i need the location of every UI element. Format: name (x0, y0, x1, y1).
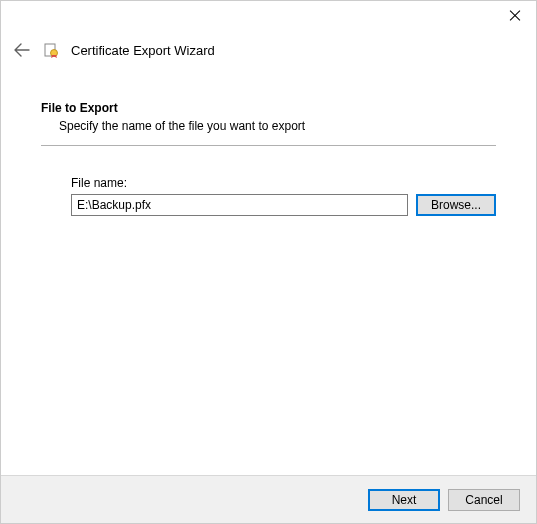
divider (41, 145, 496, 146)
certificate-icon (43, 42, 59, 58)
back-button[interactable] (13, 41, 31, 59)
cancel-button[interactable]: Cancel (448, 489, 520, 511)
next-button[interactable]: Next (368, 489, 440, 511)
footer-bar: Next Cancel (1, 475, 536, 523)
close-button[interactable] (508, 9, 522, 23)
wizard-title: Certificate Export Wizard (71, 43, 215, 58)
page-description: Specify the name of the file you want to… (59, 119, 496, 133)
content-area: File to Export Specify the name of the f… (41, 101, 496, 216)
wizard-header: Certificate Export Wizard (13, 41, 524, 59)
file-field-group: File name: Browse... (71, 176, 496, 216)
file-name-input[interactable] (71, 194, 408, 216)
browse-button[interactable]: Browse... (416, 194, 496, 216)
file-name-label: File name: (71, 176, 496, 190)
page-heading: File to Export (41, 101, 496, 115)
